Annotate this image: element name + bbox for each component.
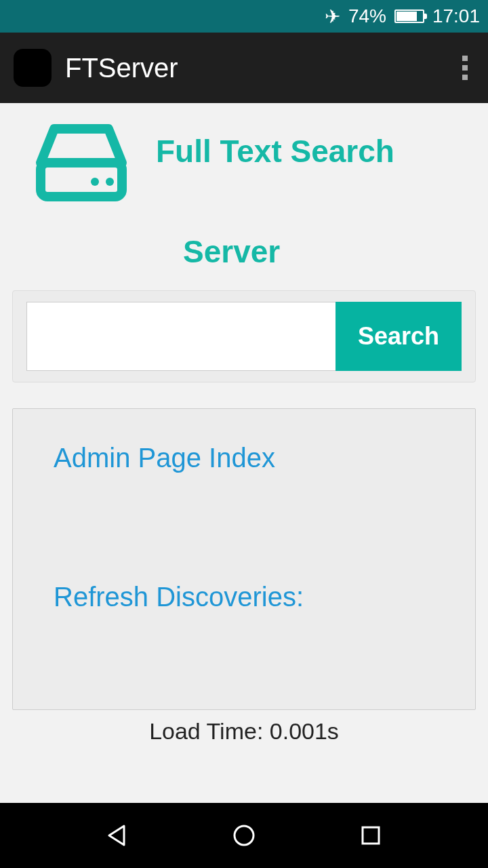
server-drive-icon: [34, 122, 129, 206]
admin-panel: Admin Page Index Refresh Discoveries:: [12, 408, 476, 710]
home-button[interactable]: [228, 819, 260, 852]
search-card: Search: [12, 290, 476, 382]
admin-page-index-link[interactable]: Admin Page Index: [54, 443, 434, 473]
status-bar: ✈ 74% 17:01: [0, 0, 488, 33]
recent-apps-button[interactable]: [354, 819, 387, 852]
battery-icon: [394, 9, 424, 23]
main-content: Full Text Search Server Search Admin Pag…: [0, 103, 488, 745]
svg-point-3: [235, 826, 253, 845]
refresh-discoveries-link[interactable]: Refresh Discoveries:: [54, 582, 434, 612]
load-time-text: Load Time: 0.001s: [0, 718, 488, 745]
back-button[interactable]: [101, 819, 134, 852]
app-title: FTServer: [65, 53, 455, 83]
system-nav-bar: [0, 803, 488, 868]
hero-title-line1: Full Text Search: [156, 122, 394, 170]
app-bar: FTServer: [0, 33, 488, 103]
svg-point-1: [91, 178, 99, 186]
overflow-menu-button[interactable]: [455, 49, 474, 87]
svg-point-2: [106, 178, 114, 186]
status-time: 17:01: [432, 5, 480, 27]
search-input[interactable]: [26, 302, 336, 371]
hero-section: Full Text Search: [0, 103, 488, 213]
search-button[interactable]: Search: [336, 302, 462, 371]
battery-percent: 74%: [348, 5, 386, 27]
airplane-mode-icon: ✈: [325, 5, 340, 28]
hero-title-line2: Server: [0, 233, 488, 270]
app-icon: [14, 49, 52, 87]
svg-rect-4: [363, 827, 379, 844]
